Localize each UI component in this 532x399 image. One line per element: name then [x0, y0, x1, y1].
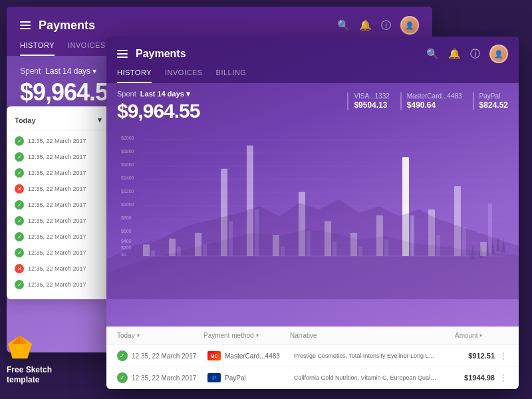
paypal-icon: P — [207, 373, 221, 382]
front-tab-billing[interactable]: BILLING — [216, 68, 247, 83]
panel-row[interactable]: ✓12:35, 22 March 2017 — [7, 229, 110, 245]
status-icon: ✓ — [117, 372, 128, 383]
search-icon[interactable]: 🔍 — [337, 19, 350, 31]
table-row[interactable]: ✓ 12:35, 22 March 2017 MCMasterCard...44… — [106, 345, 519, 367]
menu-icon[interactable] — [20, 21, 31, 29]
panel-row[interactable]: ✕12:35, 22 March 2017 — [7, 261, 110, 277]
back-window-title: Payments — [39, 19, 337, 33]
col-header-amount[interactable]: Amount▾ — [455, 332, 508, 339]
panel-row[interactable]: ✕12:35, 22 March 2017 — [7, 181, 110, 197]
panel-row[interactable]: ✓12:35, 22 March 2017 — [7, 165, 110, 181]
chart-area: $2000 $1800 $1600 $1400 $1200 $1000 $800… — [106, 126, 519, 319]
front-header-icons: 🔍 🔔 ⓘ 👤 — [426, 45, 508, 63]
cell-amount: $1944.98 — [442, 374, 495, 382]
col-header-date[interactable]: Today▾ — [117, 332, 203, 339]
panel-row-time: 12:35, 22 March 2017 — [28, 170, 86, 176]
panel-row[interactable]: ✓12:35, 22 March 2017 — [7, 149, 110, 165]
more-options-icon[interactable]: ⋮ — [499, 372, 508, 383]
front-search-icon[interactable]: 🔍 — [426, 48, 439, 60]
panel-status-icon: ✓ — [15, 232, 24, 241]
front-tab-invoices[interactable]: INVOICES — [165, 68, 203, 83]
front-spent-section: Spent Last 14 days ▾ $9,964.55 VISA...13… — [106, 83, 519, 126]
panel-row[interactable]: ✓12:35, 22 March 2017 — [7, 245, 110, 261]
card-stats: VISA...1332 $9504.13 MasterCard...4483 $… — [347, 92, 508, 110]
card-stat-mastercard: MasterCard...4483 $490.64 — [400, 92, 462, 110]
front-tab-history[interactable]: HISTORY — [117, 68, 152, 83]
front-header: Payments 🔍 🔔 ⓘ 👤 HISTORY INVOICES BILLIN… — [106, 37, 519, 83]
cell-date: 12:35, 22 March 2017 — [132, 374, 207, 382]
panel-row[interactable]: ✓12:35, 22 March 2017 — [7, 133, 110, 149]
help-icon[interactable]: ⓘ — [381, 19, 391, 32]
more-options-icon[interactable]: ⋮ — [499, 350, 508, 361]
front-tabs: HISTORY INVOICES BILLING — [117, 68, 508, 83]
front-bell-icon[interactable]: 🔔 — [448, 48, 461, 60]
panel-row-time: 12:35, 22 March 2017 — [28, 154, 86, 160]
cell-narrative: California Gold Nutrition, Vitamin C, Eu… — [294, 374, 442, 381]
panel-row[interactable]: ✓12:35, 22 March 2017 — [7, 197, 110, 213]
panel-status-icon: ✓ — [15, 248, 24, 257]
panel-status-icon: ✓ — [15, 168, 24, 178]
mountain-silhouette — [106, 180, 519, 299]
col-header-narrative: Narrative — [290, 332, 455, 339]
cell-method: MCMasterCard...4483 — [207, 351, 294, 360]
panel-today-label: Today — [15, 116, 36, 124]
panel-row[interactable]: ✓12:35, 22 March 2017 — [7, 277, 110, 293]
svg-text:$1600: $1600 — [121, 162, 134, 167]
left-panel: Today ▾ ✓12:35, 22 March 2017✓12:35, 22 … — [7, 106, 110, 299]
panel-row-time: 12:35, 22 March 2017 — [28, 138, 86, 144]
front-avatar[interactable]: 👤 — [489, 45, 508, 63]
panel-header: Today ▾ — [7, 113, 110, 130]
panel-row[interactable]: ✓12:35, 22 March 2017 — [7, 213, 110, 229]
panel-status-icon: ✓ — [15, 200, 24, 209]
panel-status-icon: ✓ — [15, 216, 24, 225]
panel-status-icon: ✕ — [15, 184, 24, 194]
status-icon: ✓ — [117, 350, 128, 361]
front-amount: $9,964.55 — [117, 100, 200, 122]
front-help-icon[interactable]: ⓘ — [470, 48, 480, 61]
panel-row-time: 12:35, 22 March 2017 — [28, 217, 86, 224]
panel-status-icon: ✓ — [15, 280, 24, 289]
window-front: Payments 🔍 🔔 ⓘ 👤 HISTORY INVOICES BILLIN… — [106, 37, 519, 389]
tab-history[interactable]: HISTORY — [20, 41, 55, 56]
spent-left: Spent Last 14 days ▾ $9,964.55 — [117, 90, 200, 122]
cell-date: 12:35, 22 March 2017 — [132, 352, 207, 360]
panel-status-icon: ✕ — [15, 264, 24, 273]
avatar[interactable]: 👤 — [400, 16, 419, 35]
panel-row-time: 12:35, 22 March 2017 — [28, 233, 86, 240]
cell-narrative: Prestige Cosmetics, Total Intensity Eyel… — [294, 352, 442, 359]
table-header: Today▾ Payment method▾ Narrative Amount▾ — [106, 327, 519, 345]
panel-row-time: 12:35, 22 March 2017 — [28, 186, 86, 192]
card-stat-paypal: PayPal $824.52 — [473, 92, 508, 110]
tab-invoices[interactable]: INVOICES — [68, 41, 106, 56]
table-row[interactable]: ✓ 12:35, 22 March 2017 PPayPal Californi… — [106, 367, 519, 389]
cell-amount: $912.51 — [442, 352, 495, 360]
front-window-title: Payments — [136, 48, 426, 60]
panel-status-icon: ✓ — [15, 152, 24, 162]
svg-text:$1800: $1800 — [121, 149, 134, 154]
svg-text:$2000: $2000 — [121, 136, 134, 140]
transaction-table: Today▾ Payment method▾ Narrative Amount▾… — [106, 327, 519, 389]
mastercard-icon: MC — [207, 351, 221, 360]
branding-text: Free Sketchtemplate — [7, 365, 52, 386]
back-header-icons: 🔍 🔔 ⓘ 👤 — [337, 16, 419, 35]
cell-method: PPayPal — [207, 373, 294, 382]
back-period: Last 14 days ▾ — [45, 66, 96, 76]
panel-row-time: 12:35, 22 March 2017 — [28, 265, 86, 272]
card-stat-visa: VISA...1332 $9504.13 — [347, 92, 389, 110]
panel-dropdown-arrow[interactable]: ▾ — [98, 116, 102, 124]
front-spent-label: Spent Last 14 days ▾ — [117, 90, 200, 98]
front-menu-icon[interactable] — [117, 50, 128, 58]
back-header-top: Payments 🔍 🔔 ⓘ 👤 — [20, 16, 419, 35]
panel-row-time: 12:35, 22 March 2017 — [28, 249, 86, 256]
branding: Free Sketchtemplate — [7, 334, 52, 386]
front-header-top: Payments 🔍 🔔 ⓘ 👤 — [117, 45, 508, 63]
panel-row-time: 12:35, 22 March 2017 — [28, 281, 86, 288]
sketch-logo-icon — [7, 334, 33, 361]
bell-icon[interactable]: 🔔 — [359, 19, 372, 31]
panel-row-time: 12:35, 22 March 2017 — [28, 201, 86, 208]
panel-status-icon: ✓ — [15, 136, 24, 146]
col-header-method[interactable]: Payment method▾ — [203, 332, 290, 339]
